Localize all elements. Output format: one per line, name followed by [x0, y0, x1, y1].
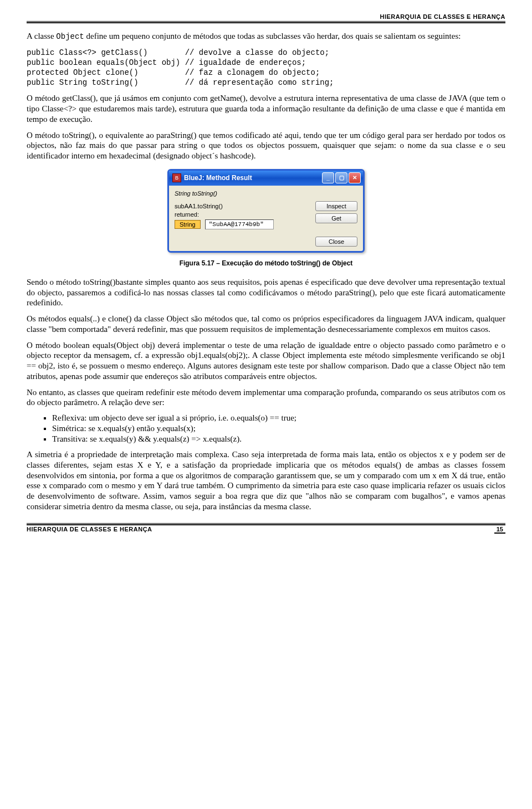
- inspect-button[interactable]: Inspect: [315, 201, 357, 211]
- return-value-box[interactable]: "SubAA@1774b9b": [205, 219, 274, 229]
- paragraph-symmetry: A simetria é a propriedade de interpreta…: [27, 449, 505, 512]
- page-number: 15: [494, 526, 505, 534]
- properties-list: Reflexiva: um objecto deve ser igual a s…: [42, 413, 505, 444]
- page-header: HIERARQUIA DE CLASSES E HERANÇA: [27, 13, 505, 22]
- text: A classe: [27, 32, 56, 40]
- paragraph-deep-compare: No entanto, as classes que queiram redef…: [27, 387, 505, 408]
- paragraph-intro: A classe Object define um pequeno conjun…: [27, 31, 505, 42]
- close-window-button[interactable]: ✕: [349, 172, 361, 183]
- app-icon: B: [172, 173, 181, 182]
- code-block-methods: public Class<?> getClass() // devolve a …: [27, 48, 505, 88]
- paragraph-getclass: O método getClass(), que já usámos em co…: [27, 93, 505, 124]
- close-button[interactable]: Close: [315, 237, 357, 247]
- list-item: Reflexiva: um objecto deve ser igual a s…: [52, 413, 505, 423]
- returned-label: returned:: [175, 211, 211, 218]
- header-rule: [27, 22, 505, 23]
- dialog-title: BlueJ: Method Result: [184, 174, 322, 182]
- footer-title: HIERARQUIA DE CLASSES E HERANÇA: [27, 526, 152, 532]
- method-signature: String toString(): [175, 190, 357, 197]
- minimize-button[interactable]: _: [322, 172, 334, 183]
- paragraph-tostring: O método toString(), o equivalente ao pa…: [27, 130, 505, 161]
- paragraph-equals-impl: O método boolean equals(Object obj) deve…: [27, 340, 505, 382]
- footer-rule-thin: [27, 523, 505, 524]
- maximize-button[interactable]: ▢: [335, 172, 347, 183]
- paragraph-redefine: Sendo o método toString()bastante simple…: [27, 277, 505, 308]
- text: define um pequeno conjunto de métodos qu…: [84, 32, 461, 40]
- list-item: Transitiva: se x.equals(y) && y.equals(z…: [52, 434, 505, 444]
- dialog-titlebar[interactable]: B BlueJ: Method Result _ ▢ ✕: [169, 171, 363, 186]
- bluej-dialog: B BlueJ: Method Result _ ▢ ✕ String toSt…: [167, 169, 365, 253]
- figure-caption: Figura 5.17 – Execução do método toStrin…: [27, 259, 505, 267]
- paragraph-equals-clone: Os métodos equals(..) e clone() da class…: [27, 314, 505, 335]
- get-button[interactable]: Get: [315, 213, 357, 223]
- method-call-text: subAA1.toString(): [175, 203, 223, 209]
- list-item: Simétrica: se x.equals(y) então y.equals…: [52, 424, 505, 433]
- return-type-chip[interactable]: String: [175, 220, 201, 229]
- code-inline-object: Object: [56, 32, 84, 41]
